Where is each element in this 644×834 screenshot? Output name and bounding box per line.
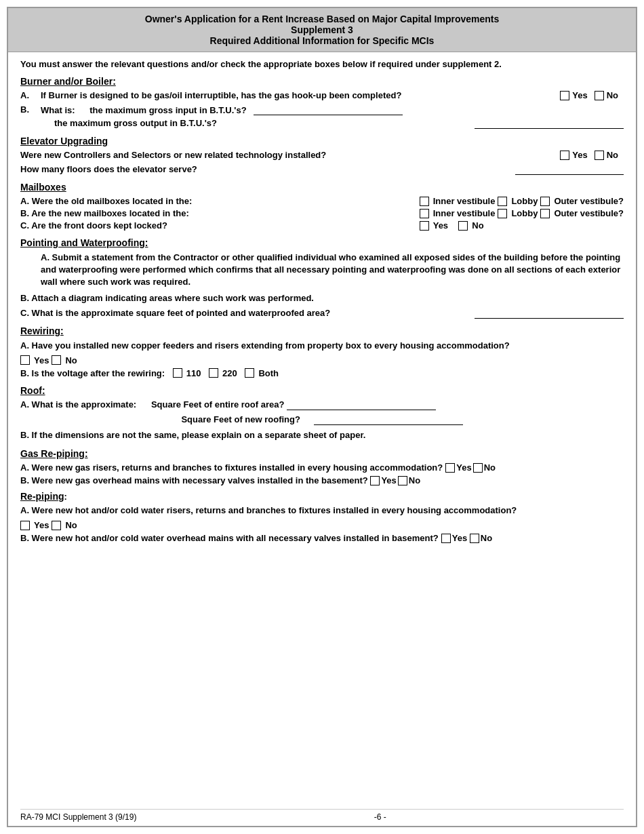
mailboxes-a-lobby-checkbox[interactable] <box>498 197 507 206</box>
mailboxes-left: A. Were the old mailboxes located in the… <box>20 196 413 231</box>
burner-b-label: B. <box>20 104 41 115</box>
mailboxes-a-lobby-label: Lobby <box>511 196 538 206</box>
roof-a: A. What is the approximate: Square Feet … <box>20 399 624 410</box>
burner-a-no-checkbox[interactable] <box>595 91 604 100</box>
mailboxes-c-yes-checkbox[interactable] <box>420 221 429 231</box>
mailboxes-b-inner-label: Inner vestibule <box>433 208 496 218</box>
mailboxes-a-inner-checkbox[interactable] <box>420 197 429 206</box>
mailboxes-a-inner-label: Inner vestibule <box>433 196 496 206</box>
mailboxes-b-lobby-checkbox[interactable] <box>498 209 507 218</box>
intro-text: You must answer the relevant questions a… <box>20 59 624 69</box>
burner-b2: the maximum gross output in B.T.U.'s? <box>54 118 624 129</box>
elevator-title: Elevator Upgrading <box>20 136 624 146</box>
burner-a-yes-label: Yes <box>572 90 587 100</box>
repiping-b-no-checkbox[interactable] <box>470 534 479 543</box>
burner-btu-output-input[interactable] <box>475 118 624 129</box>
gas-repiping-a-yes-label: Yes <box>456 462 471 473</box>
gas-repiping-b-yes-label: Yes <box>381 475 396 485</box>
mailboxes-b-row: B. Are the new mailboxes located in the: <box>20 208 413 218</box>
elevator-q1-text: Were new Controllers and Selectors or ne… <box>20 150 556 160</box>
roof-a2: Square Feet of new roofing? <box>20 414 624 425</box>
elevator-q1: Were new Controllers and Selectors or ne… <box>20 150 624 160</box>
gas-repiping-a: A. Were new gas risers, returns and bran… <box>20 462 624 473</box>
elevator-q2-text: How many floors does the elevator serve? <box>20 164 512 174</box>
rewiring-220-checkbox[interactable] <box>209 368 218 378</box>
mailboxes-title: Mailboxes <box>20 182 624 193</box>
page-header: Owner's Application for a Rent Increase … <box>8 8 636 52</box>
roof-a-text: A. What is the approximate: <box>20 399 136 410</box>
rewiring-110-label: 110 <box>186 368 201 378</box>
burner-title: Burner and/or Boiler: <box>20 76 624 87</box>
main-content: You must answer the relevant questions a… <box>8 52 636 563</box>
mailboxes-c-yes-label: Yes <box>433 220 448 231</box>
gas-repiping-title: Gas Re-piping: <box>20 448 624 459</box>
elevator-no-label: No <box>607 150 618 160</box>
rewiring-110-checkbox[interactable] <box>173 368 182 378</box>
rewiring-both-label: Both <box>258 368 279 378</box>
roof-a-q2: Square Feet of new roofing? <box>181 414 300 424</box>
elevator-floors-input[interactable] <box>515 164 624 175</box>
elevator-yes-label: Yes <box>572 150 587 160</box>
mailboxes-c-no-checkbox[interactable] <box>458 221 468 231</box>
burner-btu-input[interactable] <box>254 104 403 115</box>
rewiring-a: A. Have you installed new copper feeders… <box>20 340 624 352</box>
elevator-yes-checkbox[interactable] <box>560 151 569 160</box>
mailboxes-b-lobby-label: Lobby <box>511 208 538 218</box>
rewiring-b-text: B. Is the voltage after the rewiring: <box>20 368 165 378</box>
repiping-b-text: B. Were new hot and/or cold water overhe… <box>20 533 439 543</box>
burner-q-a: A. If Burner is designed to be gas/oil i… <box>20 90 624 100</box>
mailboxes-a-outer-checkbox[interactable] <box>540 197 550 206</box>
rewiring-both-checkbox[interactable] <box>245 368 254 378</box>
gas-repiping-a-no-label: No <box>484 462 496 473</box>
mailboxes-c-options: Yes No <box>420 220 624 231</box>
mailboxes-c-no-label: No <box>472 220 483 231</box>
page-footer: RA-79 MCI Supplement 3 (9/19) -6 - <box>20 809 624 822</box>
elevator-no-checkbox[interactable] <box>595 151 604 160</box>
roof-sqft-new-input[interactable] <box>314 414 463 425</box>
gas-repiping-b-no-checkbox[interactable] <box>398 476 407 485</box>
repiping-a: A. Were new hot and/or cold water risers… <box>20 504 624 517</box>
elevator-q2: How many floors does the elevator serve? <box>20 164 624 175</box>
roof-a-q1: Square Feet of entire roof area? <box>151 399 285 410</box>
burner-q-b: B. What is: the maximum gross input in B… <box>20 104 624 115</box>
gas-repiping-b: B. Were new gas overhead mains with nece… <box>20 475 624 485</box>
pointing-b: B. Attach a diagram indicating areas whe… <box>20 292 624 304</box>
page-container: Owner's Application for a Rent Increase … <box>7 7 637 827</box>
repiping-b-yes-label: Yes <box>452 533 467 543</box>
footer-center: -6 - <box>374 812 386 822</box>
gas-repiping-a-no-checkbox[interactable] <box>473 463 483 473</box>
repiping-a-yes-checkbox[interactable] <box>20 521 30 530</box>
mailboxes-b-outer-checkbox[interactable] <box>540 209 550 218</box>
mailboxes-c-row: C. Are the front doors kept locked? <box>20 220 413 231</box>
rewiring-a-yes-checkbox[interactable] <box>20 355 30 365</box>
burner-a-yes-checkbox[interactable] <box>560 91 569 100</box>
header-line2: Supplement 3 <box>15 24 629 35</box>
mailboxes-b-inner-checkbox[interactable] <box>420 209 429 218</box>
mailboxes-b-outer-label: Outer vestibule? <box>554 208 624 218</box>
mailboxes-b-text: Are the new mailboxes located in the: <box>31 208 189 218</box>
repiping-b: B. Were new hot and/or cold water overhe… <box>20 533 624 543</box>
header-line3: Required Additional Information for Spec… <box>15 35 629 46</box>
burner-b-q2-text: the maximum gross output in B.T.U.'s? <box>54 118 472 128</box>
gas-repiping-a-text: A. Were new gas risers, returns and bran… <box>20 462 443 473</box>
repiping-a-no-checkbox[interactable] <box>52 521 61 530</box>
burner-b-what: What is: the maximum gross input in B.T.… <box>41 104 624 115</box>
pointing-a: A. Submit a statement from the Contracto… <box>41 252 624 289</box>
pointing-c-text: C. What is the approximate square feet o… <box>20 308 472 318</box>
roof-title: Roof: <box>20 385 624 396</box>
mailboxes-a-outer-label: Outer vestibule? <box>554 196 624 206</box>
rewiring-a-yesno: Yes No <box>20 355 624 365</box>
mailboxes-a-text: Were the old mailboxes located in the: <box>32 196 193 206</box>
footer-left: RA-79 MCI Supplement 3 (9/19) <box>20 812 136 822</box>
mailboxes-a-row: A. Were the old mailboxes located in the… <box>20 196 413 206</box>
header-line1: Owner's Application for a Rent Increase … <box>15 14 629 24</box>
rewiring-a-no-checkbox[interactable] <box>52 355 61 365</box>
pointing-sqft-input[interactable] <box>475 308 624 319</box>
gas-repiping-a-yes-checkbox[interactable] <box>445 463 455 473</box>
roof-sqft-entire-input[interactable] <box>287 399 436 410</box>
repiping-b-yes-checkbox[interactable] <box>441 534 451 543</box>
burner-a-no-label: No <box>607 90 618 100</box>
gas-repiping-b-yes-checkbox[interactable] <box>370 476 380 485</box>
roof-b: B. If the dimensions are not the same, p… <box>20 429 624 441</box>
gas-repiping-b-text: B. Were new gas overhead mains with nece… <box>20 475 368 485</box>
